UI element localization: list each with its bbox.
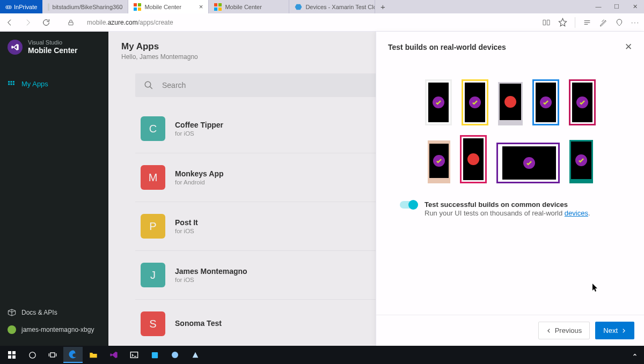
taskbar-terminal[interactable] <box>125 347 144 363</box>
url-sub: mobile. <box>87 19 108 26</box>
app-platform: for iOS <box>175 277 247 283</box>
taskbar-visualstudio[interactable] <box>104 347 123 363</box>
app-name: Post It <box>175 218 198 227</box>
sidebar-item-label: My Apps <box>21 80 48 88</box>
mobilecenter-icon <box>134 3 141 11</box>
taskbar-app-2[interactable] <box>165 347 185 363</box>
tab-label: Devices - Xamarin Test Clou <box>305 4 375 10</box>
svg-point-18 <box>145 81 151 87</box>
app-platform: for iOS <box>175 228 198 234</box>
browser-tab-active[interactable]: Mobile Center × <box>128 0 209 13</box>
url-field[interactable]: mobile.azure.com/apps/create <box>87 19 535 26</box>
apps-grid-icon <box>8 80 15 88</box>
sidebar-item-label: Docs & APIs <box>21 309 57 316</box>
cortana-button[interactable] <box>23 347 42 363</box>
svg-rect-3 <box>134 3 137 6</box>
svg-rect-24 <box>50 353 55 357</box>
more-icon[interactable]: ··· <box>631 19 640 26</box>
svg-rect-20 <box>12 351 16 354</box>
brand[interactable]: Visual Studio Mobile Center <box>0 32 108 63</box>
app-name: Monkeys App <box>175 169 224 178</box>
svg-rect-10 <box>218 8 222 11</box>
lock-icon[interactable] <box>65 17 76 28</box>
svg-rect-8 <box>218 3 222 6</box>
svg-rect-13 <box>11 81 12 83</box>
svg-rect-17 <box>13 83 14 85</box>
svg-rect-9 <box>214 8 217 11</box>
svg-point-23 <box>29 352 35 358</box>
tab-label: Mobile Center <box>144 4 181 10</box>
svg-rect-19 <box>8 351 11 354</box>
svg-point-2 <box>9 6 10 8</box>
app-tile: J <box>141 263 165 287</box>
browser-tab[interactable]: Mobile Center <box>209 0 289 13</box>
url-path: /apps/create <box>138 19 173 26</box>
mobilecenter-icon <box>214 3 222 11</box>
windows-taskbar <box>0 346 644 364</box>
forward-button[interactable] <box>23 17 33 28</box>
svg-rect-26 <box>151 352 157 358</box>
app-name: Coffee Tipper <box>175 121 223 129</box>
button-label: Next <box>603 326 618 335</box>
tray-expand-icon[interactable] <box>632 352 638 358</box>
devices-link[interactable]: devices <box>565 209 588 217</box>
reading-view-icon[interactable] <box>542 18 551 27</box>
share-icon[interactable] <box>615 18 624 27</box>
tab-label: bitstadium/BikeSharing360 <box>53 4 123 10</box>
vs-logo-icon <box>8 40 23 55</box>
previous-button[interactable]: Previous <box>538 322 590 339</box>
taskbar-edge[interactable] <box>63 347 83 363</box>
tab-close-icon[interactable]: × <box>199 3 203 11</box>
wizard-panel: Test builds on real-world devices ✕ <box>376 32 644 346</box>
app-platform: for iOS <box>175 130 223 137</box>
minimize-button[interactable]: — <box>589 3 608 10</box>
brand-title: Mobile Center <box>28 46 78 55</box>
brand-subtitle: Visual Studio <box>28 39 78 46</box>
svg-rect-5 <box>134 8 137 11</box>
docs-icon <box>8 308 16 317</box>
favorite-icon[interactable] <box>558 18 567 27</box>
taskbar-app-1[interactable] <box>145 347 164 363</box>
svg-rect-11 <box>69 22 73 25</box>
close-panel-button[interactable]: ✕ <box>625 41 632 53</box>
mouse-cursor-icon <box>592 284 599 292</box>
taskview-button[interactable] <box>43 347 62 363</box>
maximize-button[interactable]: ☐ <box>608 3 626 10</box>
search-placeholder: Search <box>162 81 186 90</box>
taskbar-app-3[interactable] <box>186 347 205 363</box>
back-button[interactable] <box>4 17 15 28</box>
svg-rect-25 <box>130 352 137 358</box>
inprivate-label: InPrivate <box>14 4 37 10</box>
inprivate-badge: InPrivate <box>0 0 42 13</box>
sidebar-item-user[interactable]: james-montemagno-xbgy <box>8 321 101 338</box>
button-label: Previous <box>555 326 582 335</box>
test-toggle[interactable] <box>400 201 417 209</box>
sidebar-item-my-apps[interactable]: My Apps <box>0 73 108 94</box>
app-tile: M <box>141 165 165 190</box>
notes-icon[interactable] <box>599 18 608 27</box>
window-controls: — ☐ ✕ <box>589 3 644 10</box>
browser-tab[interactable]: Devices - Xamarin Test Clou <box>289 0 375 13</box>
sidebar: Visual Studio Mobile Center My Apps Docs… <box>0 32 108 346</box>
svg-rect-12 <box>8 81 10 83</box>
github-icon <box>48 3 49 11</box>
taskbar-explorer[interactable] <box>84 347 103 363</box>
url-domain: azure.com <box>108 19 138 26</box>
browser-tab[interactable]: bitstadium/BikeSharing360 <box>42 0 128 13</box>
start-button[interactable] <box>2 347 21 363</box>
inprivate-icon <box>5 4 12 10</box>
address-bar: mobile.azure.com/apps/create ··· <box>0 13 644 32</box>
sidebar-item-docs[interactable]: Docs & APIs <box>8 304 101 321</box>
next-button[interactable]: Next <box>595 322 634 339</box>
app-platform: for Android <box>175 179 224 185</box>
hub-icon[interactable] <box>583 18 591 27</box>
app-name: James Montemagno <box>175 267 247 276</box>
svg-rect-21 <box>8 355 11 359</box>
avatar-icon <box>8 325 16 334</box>
svg-rect-16 <box>11 83 12 85</box>
refresh-button[interactable] <box>41 17 52 28</box>
browser-tab-strip: InPrivate bitstadium/BikeSharing360 Mobi… <box>0 0 644 13</box>
close-window-button[interactable]: ✕ <box>626 3 644 10</box>
svg-rect-14 <box>13 81 14 83</box>
new-tab-button[interactable]: + <box>375 2 390 11</box>
